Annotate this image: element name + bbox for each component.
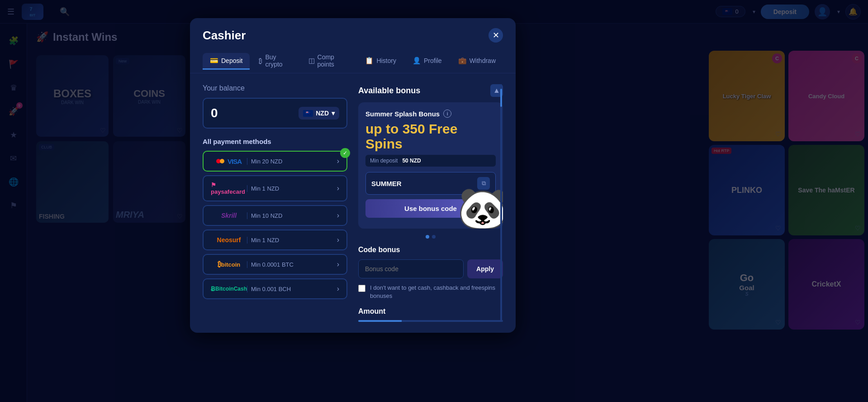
scrollbar-thumb bbox=[500, 89, 502, 107]
available-bonus-header: Available bonus ▲ bbox=[358, 84, 503, 97]
paysafecard-logo: ⚑ paysafecard bbox=[211, 182, 247, 195]
currency-select[interactable]: 🇳🇿 NZD ▾ bbox=[299, 107, 339, 120]
skrill-min-amount: Min 10 NZD bbox=[247, 212, 337, 219]
apply-bonus-code-button[interactable]: Apply bbox=[467, 259, 503, 278]
cashier-modal: Cashier ✕ 💳 Deposit ₿ Buy crypto ◫ Comp … bbox=[190, 18, 516, 333]
bonus-card: Summer Splash Bonus i up to 350 Free Spi… bbox=[358, 102, 503, 229]
nocash-checkbox[interactable] bbox=[358, 285, 365, 292]
tab-withdraw-label: Withdraw bbox=[470, 57, 496, 64]
comp-points-tab-icon: ◫ bbox=[308, 57, 315, 65]
bonus-carousel-dots bbox=[358, 235, 503, 239]
bonus-card-name: Summer Splash Bonus i bbox=[365, 110, 496, 118]
neosurf-arrow: › bbox=[337, 236, 339, 244]
bitcoin-arrow: › bbox=[337, 260, 339, 268]
buy-crypto-tab-icon: ₿ bbox=[259, 57, 262, 65]
payment-list: VISA Min 20 NZD › ✓ ⚑ paysafecard Min 1 … bbox=[203, 151, 347, 299]
available-bonus-title: Available bonus bbox=[358, 86, 420, 96]
nocash-label-text: I don't want to get cash, cashback and f… bbox=[370, 284, 503, 300]
profile-tab-icon: 👤 bbox=[413, 57, 421, 65]
deposit-tab-icon: 💳 bbox=[210, 57, 218, 65]
tab-comp-points-label: Comp points bbox=[318, 53, 349, 68]
payment-item-skrill[interactable]: Skrill Min 10 NZD › bbox=[203, 205, 347, 226]
bitcoin-logo: ₿ bitcoin bbox=[211, 260, 247, 268]
bitcoin-min-amount: Min 0.0001 BTC bbox=[247, 261, 337, 268]
amount-section-label: Amount bbox=[358, 307, 503, 316]
tab-profile-label: Profile bbox=[424, 57, 442, 64]
balance-value: 0 bbox=[211, 106, 218, 120]
skrill-arrow: › bbox=[337, 211, 339, 220]
visa-selected-check: ✓ bbox=[340, 148, 350, 158]
cashier-tabs: 💳 Deposit ₿ Buy crypto ◫ Comp points 📋 H… bbox=[190, 43, 516, 73]
withdraw-tab-icon: 💼 bbox=[458, 57, 467, 65]
modal-header: Cashier ✕ bbox=[190, 18, 516, 43]
bitcoin-cash-logo: Ƀ BitcoinCash bbox=[211, 285, 247, 292]
paysafecard-min-amount: Min 1 NZD bbox=[247, 185, 337, 192]
payment-item-bitcoin[interactable]: ₿ bitcoin Min 0.0001 BTC › bbox=[203, 254, 347, 275]
neosurf-logo: Neosurf bbox=[211, 236, 247, 244]
right-panel-scrollbar[interactable] bbox=[500, 84, 502, 322]
tab-withdraw[interactable]: 💼 Withdraw bbox=[451, 53, 503, 70]
amount-progress-bar bbox=[358, 320, 503, 322]
currency-flag: 🇳🇿 bbox=[303, 110, 313, 117]
bonus-free-spins-text: up to 350 Free Spins bbox=[365, 121, 496, 151]
bitcoin-cash-arrow: › bbox=[337, 285, 339, 293]
modal-right-panel: Available bonus ▲ Summer Splash Bonus i … bbox=[358, 84, 503, 322]
tab-profile[interactable]: 👤 Profile bbox=[405, 53, 449, 70]
payment-methods-section-label: All payment methods bbox=[203, 138, 347, 145]
neosurf-min-amount: Min 1 NZD bbox=[247, 237, 337, 244]
modal-left-panel: Your balance 0 🇳🇿 NZD ▾ All payment meth… bbox=[203, 84, 347, 322]
dot-2[interactable] bbox=[432, 235, 436, 239]
tab-deposit[interactable]: 💳 Deposit bbox=[203, 53, 250, 70]
bonus-min-deposit-value: 50 NZD bbox=[402, 158, 421, 164]
code-bonus-input-row: Apply bbox=[358, 259, 503, 278]
visa-arrow: › bbox=[337, 157, 339, 165]
tab-comp-points[interactable]: ◫ Comp points bbox=[301, 50, 356, 73]
paysafecard-arrow: › bbox=[337, 184, 339, 192]
cashier-title: Cashier bbox=[203, 29, 246, 43]
tab-deposit-label: Deposit bbox=[221, 57, 242, 64]
payment-item-bitcoin-cash[interactable]: Ƀ BitcoinCash Min 0.001 BCH › bbox=[203, 278, 347, 299]
bonus-code-input[interactable] bbox=[358, 259, 464, 278]
visa-min-amount: Min 20 NZD bbox=[247, 158, 337, 165]
balance-input-wrapper[interactable]: 0 🇳🇿 NZD ▾ bbox=[203, 98, 347, 129]
code-bonus-label: Code bonus bbox=[358, 246, 503, 254]
payment-item-neosurf[interactable]: Neosurf Min 1 NZD › bbox=[203, 230, 347, 250]
history-tab-icon: 📋 bbox=[365, 57, 374, 65]
dot-1[interactable] bbox=[426, 235, 429, 239]
currency-dropdown-arrow: ▾ bbox=[332, 110, 335, 117]
nocash-bonus-row: I don't want to get cash, cashback and f… bbox=[358, 284, 503, 300]
payment-item-paysafecard[interactable]: ⚑ paysafecard Min 1 NZD › bbox=[203, 175, 347, 201]
payment-item-visa[interactable]: VISA Min 20 NZD › ✓ bbox=[203, 151, 347, 172]
tab-history[interactable]: 📋 History bbox=[358, 53, 403, 70]
modal-close-button[interactable]: ✕ bbox=[489, 28, 503, 43]
modal-body: Your balance 0 🇳🇿 NZD ▾ All payment meth… bbox=[190, 73, 516, 333]
balance-section-label: Your balance bbox=[203, 84, 347, 92]
tab-buy-crypto[interactable]: ₿ Buy crypto bbox=[251, 50, 299, 73]
bitcoin-cash-min-amount: Min 0.001 BCH bbox=[247, 286, 337, 292]
skrill-logo: Skrill bbox=[211, 212, 247, 219]
bonus-mascot: 🐼 bbox=[458, 161, 503, 229]
tab-history-label: History bbox=[376, 57, 396, 64]
currency-label: NZD bbox=[316, 110, 329, 117]
visa-logo: VISA bbox=[211, 158, 247, 165]
tab-buy-crypto-label: Buy crypto bbox=[265, 53, 292, 68]
bonus-info-icon[interactable]: i bbox=[443, 110, 451, 118]
